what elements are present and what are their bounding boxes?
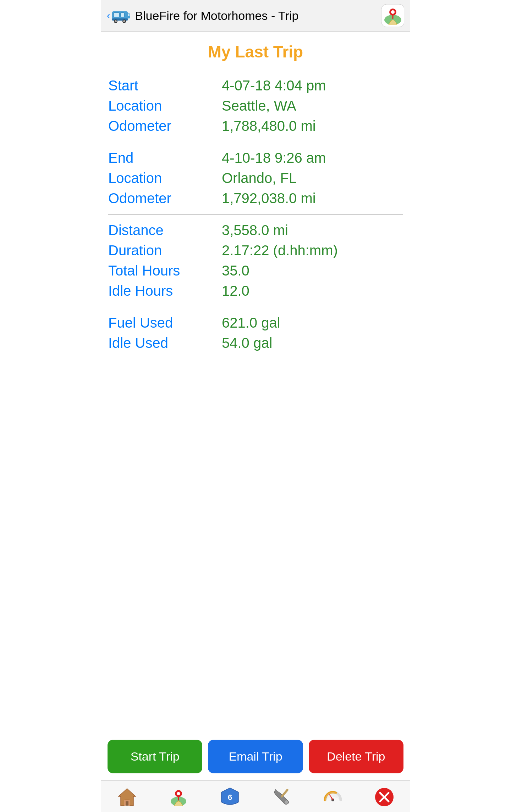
table-row: Idle Hours 12.0 bbox=[108, 281, 403, 301]
svg-text:6: 6 bbox=[227, 793, 232, 802]
bottom-tab-bar: 6 bbox=[101, 780, 410, 812]
distance-label: Distance bbox=[108, 222, 222, 238]
email-trip-button[interactable]: Email Trip bbox=[208, 740, 303, 773]
table-row: Start 4-07-18 4:04 pm bbox=[108, 76, 403, 96]
start-location-value: Seattle, WA bbox=[222, 98, 296, 114]
svg-rect-9 bbox=[128, 14, 130, 16]
tab-gauge[interactable] bbox=[307, 786, 358, 808]
app-header: ‹ BlueFire for Motorhomes - Trip bbox=[101, 0, 410, 32]
tab-route[interactable]: 6 bbox=[204, 786, 256, 808]
maps-icon bbox=[167, 786, 190, 808]
table-row: Location Seattle, WA bbox=[108, 96, 403, 116]
home-icon bbox=[116, 786, 138, 808]
start-trip-button[interactable]: Start Trip bbox=[108, 740, 202, 773]
svg-point-5 bbox=[115, 20, 117, 22]
gauge-icon bbox=[322, 786, 344, 808]
end-label: End bbox=[108, 150, 222, 166]
svg-rect-1 bbox=[114, 13, 119, 17]
tab-tools[interactable] bbox=[256, 786, 307, 808]
svg-point-13 bbox=[391, 10, 395, 14]
back-chevron-icon: ‹ bbox=[107, 10, 110, 21]
start-section: Start 4-07-18 4:04 pm Location Seattle, … bbox=[108, 70, 403, 142]
action-buttons: Start Trip Email Trip Delete Trip bbox=[101, 733, 410, 780]
page-title-header: BlueFire for Motorhomes - Trip bbox=[135, 9, 381, 23]
svg-point-19 bbox=[177, 792, 180, 795]
app-icon bbox=[111, 6, 131, 26]
delete-trip-button[interactable]: Delete Trip bbox=[309, 740, 403, 773]
table-row: End 4-10-18 9:26 am bbox=[108, 148, 403, 168]
idle-hours-value: 12.0 bbox=[222, 283, 249, 299]
tab-close[interactable] bbox=[358, 786, 410, 808]
duration-label: Duration bbox=[108, 243, 222, 258]
total-hours-value: 35.0 bbox=[222, 263, 249, 279]
table-row: Fuel Used 621.0 gal bbox=[108, 313, 403, 333]
end-location-label: Location bbox=[108, 170, 222, 186]
table-row: Idle Used 54.0 gal bbox=[108, 333, 403, 353]
end-section: End 4-10-18 9:26 am Location Orlando, FL… bbox=[108, 142, 403, 215]
svg-point-7 bbox=[123, 20, 125, 22]
svg-rect-23 bbox=[280, 789, 289, 798]
end-value: 4-10-18 9:26 am bbox=[222, 150, 326, 166]
table-row: Distance 3,558.0 mi bbox=[108, 220, 403, 240]
table-row: Location Orlando, FL bbox=[108, 168, 403, 188]
main-content: My Last Trip Start 4-07-18 4:04 pm Locat… bbox=[101, 32, 410, 733]
start-odometer-label: Odometer bbox=[108, 118, 222, 134]
section-heading: My Last Trip bbox=[108, 39, 403, 61]
tab-home[interactable] bbox=[101, 786, 153, 808]
fuel-section: Fuel Used 621.0 gal Idle Used 54.0 gal bbox=[108, 307, 403, 359]
distance-value: 3,558.0 mi bbox=[222, 222, 288, 238]
idle-used-label: Idle Used bbox=[108, 335, 222, 351]
idle-hours-label: Idle Hours bbox=[108, 283, 222, 299]
fuel-used-label: Fuel Used bbox=[108, 315, 222, 331]
tools-icon bbox=[270, 786, 293, 808]
end-location-value: Orlando, FL bbox=[222, 170, 297, 186]
table-row: Total Hours 35.0 bbox=[108, 261, 403, 281]
end-odometer-value: 1,792,038.0 mi bbox=[222, 190, 316, 206]
close-icon bbox=[373, 786, 396, 808]
duration-value: 2.17:22 (d.hh:mm) bbox=[222, 243, 338, 258]
table-row: Odometer 1,792,038.0 mi bbox=[108, 188, 403, 208]
svg-rect-16 bbox=[126, 801, 128, 806]
fuel-used-value: 621.0 gal bbox=[222, 315, 280, 331]
stats-section: Distance 3,558.0 mi Duration 2.17:22 (d.… bbox=[108, 215, 403, 307]
back-button[interactable]: ‹ bbox=[107, 6, 131, 26]
start-value: 4-07-18 4:04 pm bbox=[222, 78, 326, 94]
end-odometer-label: Odometer bbox=[108, 190, 222, 206]
start-location-label: Location bbox=[108, 98, 222, 114]
tab-maps[interactable] bbox=[153, 786, 204, 808]
maps-header-icon[interactable] bbox=[381, 4, 404, 27]
svg-rect-2 bbox=[121, 13, 124, 17]
start-odometer-value: 1,788,480.0 mi bbox=[222, 118, 316, 134]
table-row: Odometer 1,788,480.0 mi bbox=[108, 116, 403, 136]
table-row: Duration 2.17:22 (d.hh:mm) bbox=[108, 240, 403, 261]
total-hours-label: Total Hours bbox=[108, 263, 222, 279]
idle-used-value: 54.0 gal bbox=[222, 335, 272, 351]
route-icon: 6 bbox=[219, 786, 241, 808]
start-label: Start bbox=[108, 78, 222, 94]
